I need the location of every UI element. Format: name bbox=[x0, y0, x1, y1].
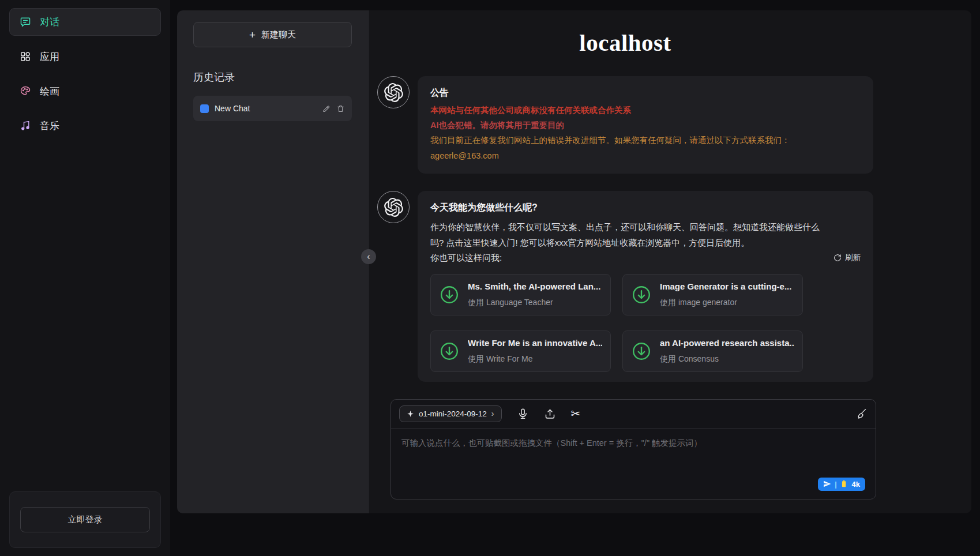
sidebar-item-apps[interactable]: 应用 bbox=[9, 43, 161, 70]
main-panel: localhost 公告 本网站与任何其他公司或商标没有任何关联或合作关系 AI… bbox=[369, 10, 971, 513]
suggestion-grid: Ms. Smith, the AI-powered Lan... 使用 Lang… bbox=[430, 274, 861, 372]
app-window: 对话 应用 绘画 bbox=[0, 0, 980, 556]
message-input[interactable] bbox=[400, 437, 866, 475]
chevron-right-icon: › bbox=[491, 410, 494, 418]
ask-hint: 你也可以这样问我: bbox=[430, 251, 502, 265]
contact-email-link[interactable]: ageerle@163.com bbox=[430, 150, 499, 163]
sidebar-item-paint[interactable]: 绘画 bbox=[9, 77, 161, 105]
collapse-sidebar-button[interactable]: ‹ bbox=[361, 249, 376, 264]
token-count: 4k bbox=[852, 480, 860, 489]
login-button[interactable]: 立即登录 bbox=[20, 507, 150, 532]
sparkle-icon bbox=[407, 410, 414, 418]
suggestion-card[interactable]: Ms. Smith, the AI-powered Lan... 使用 Lang… bbox=[430, 274, 611, 315]
battery-icon bbox=[840, 480, 848, 488]
palette-icon bbox=[19, 85, 32, 97]
scissors-button[interactable]: ✂ bbox=[571, 408, 581, 419]
apps-grid-icon bbox=[19, 50, 32, 63]
music-note-icon bbox=[19, 119, 32, 132]
suggestion-card[interactable]: Write For Me is an innovative A... 使用 Wr… bbox=[430, 330, 611, 372]
edit-pencil-icon[interactable] bbox=[322, 104, 331, 113]
suggestion-title: Ms. Smith, the AI-powered Lan... bbox=[468, 280, 600, 294]
suggestion-card[interactable]: an AI-powered research assista... 使用 Con… bbox=[622, 330, 803, 372]
new-chat-button[interactable]: + 新建聊天 bbox=[193, 22, 352, 47]
welcome-title: 今天我能为您做些什么呢? bbox=[430, 201, 861, 215]
chat-item-title: New Chat bbox=[215, 104, 316, 113]
suggestion-subtitle: 使用 Consensus bbox=[660, 353, 794, 365]
assistant-message: 公告 本网站与任何其他公司或商标没有任何关联或合作关系 AI也会犯错。请勿将其用… bbox=[377, 76, 873, 174]
sidebar-item-music[interactable]: 音乐 bbox=[9, 112, 161, 140]
suggestion-title: Write For Me is an innovative A... bbox=[468, 337, 602, 350]
page-title: localhost bbox=[377, 29, 873, 57]
sidebar-item-label: 应用 bbox=[40, 50, 59, 63]
send-icon bbox=[823, 480, 831, 488]
sidebar: 对话 应用 绘画 bbox=[0, 0, 170, 556]
openai-logo-icon bbox=[377, 76, 410, 108]
suggestion-title: an AI-powered research assista... bbox=[660, 337, 794, 350]
login-panel: 立即登录 bbox=[9, 491, 161, 548]
suggestion-subtitle: 使用 image generator bbox=[660, 296, 791, 309]
announcement-title: 公告 bbox=[430, 86, 861, 100]
sidebar-item-label: 绘画 bbox=[40, 85, 59, 98]
arrow-down-circle-icon bbox=[631, 341, 652, 362]
new-chat-label: 新建聊天 bbox=[261, 29, 296, 40]
announcement-line: AI也会犯错。请勿将其用于重要目的 bbox=[430, 119, 861, 132]
openai-logo-icon bbox=[377, 191, 410, 223]
chat-list-item[interactable]: New Chat bbox=[193, 96, 352, 121]
mic-button[interactable] bbox=[517, 408, 529, 420]
assistant-message: 今天我能为您做些什么呢? 作为你的智慧伙伴，我不仅可以写文案、出点子，还可以和你… bbox=[377, 191, 873, 382]
sidebar-item-label: 对话 bbox=[40, 16, 59, 29]
arrow-down-circle-icon bbox=[631, 284, 652, 305]
upload-icon bbox=[544, 408, 556, 420]
broom-icon bbox=[855, 408, 868, 420]
chat-color-swatch-icon bbox=[200, 104, 209, 113]
welcome-bubble: 今天我能为您做些什么呢? 作为你的智慧伙伴，我不仅可以写文案、出点子，还可以和你… bbox=[418, 191, 873, 382]
announcement-line: 我们目前正在修复我们网站上的错误并改进细节。如果您有任何疑问，请通过以下方式联系… bbox=[430, 134, 861, 147]
mic-icon bbox=[517, 408, 529, 420]
scissors-icon: ✂ bbox=[571, 408, 581, 419]
arrow-down-circle-icon bbox=[439, 284, 460, 305]
suggestion-title: Image Generator is a cutting-e... bbox=[660, 280, 791, 294]
chat-content: localhost 公告 本网站与任何其他公司或商标没有任何关联或合作关系 AI… bbox=[377, 29, 873, 499]
refresh-icon bbox=[833, 254, 842, 262]
suggestion-subtitle: 使用 Language Teacher bbox=[468, 296, 600, 309]
history-title: 历史记录 bbox=[193, 70, 352, 84]
suggestion-card[interactable]: Image Generator is a cutting-e... 使用 ima… bbox=[622, 274, 803, 315]
chat-bubble-icon bbox=[19, 16, 32, 28]
announcement-bubble: 公告 本网站与任何其他公司或商标没有任何关联或合作关系 AI也会犯错。请勿将其用… bbox=[418, 76, 873, 174]
sidebar-item-label: 音乐 bbox=[40, 119, 59, 133]
refresh-button[interactable]: 刷新 bbox=[833, 252, 861, 264]
chat-list-panel: + 新建聊天 历史记录 New Chat bbox=[177, 10, 369, 513]
refresh-label: 刷新 bbox=[845, 252, 861, 264]
model-selector[interactable]: o1-mini-2024-09-12 › bbox=[399, 405, 502, 422]
broom-button[interactable] bbox=[855, 408, 868, 420]
model-label: o1-mini-2024-09-12 bbox=[419, 410, 487, 418]
chevron-left-icon: ‹ bbox=[367, 252, 370, 261]
composer: o1-mini-2024-09-12 › bbox=[391, 399, 876, 499]
upload-button[interactable] bbox=[544, 408, 556, 420]
trash-icon[interactable] bbox=[336, 104, 345, 113]
badge-divider: | bbox=[835, 480, 836, 489]
announcement-line: 本网站与任何其他公司或商标没有任何关联或合作关系 bbox=[430, 104, 861, 117]
suggestion-subtitle: 使用 Write For Me bbox=[468, 353, 602, 365]
workspace: + 新建聊天 历史记录 New Chat bbox=[177, 10, 971, 513]
sidebar-item-chat[interactable]: 对话 bbox=[9, 8, 161, 36]
plus-icon: + bbox=[249, 29, 256, 40]
arrow-down-circle-icon bbox=[439, 341, 460, 362]
welcome-body: 作为你的智慧伙伴，我不仅可以写文案、出点子，还可以和你聊天、回答问题。想知道我还… bbox=[430, 219, 823, 250]
token-badge[interactable]: | 4k bbox=[818, 478, 865, 491]
